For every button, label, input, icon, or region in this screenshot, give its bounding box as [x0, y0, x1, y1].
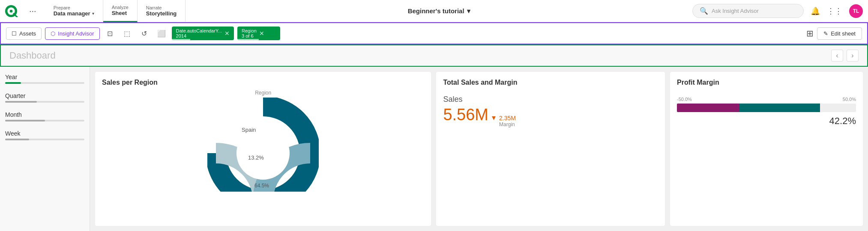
margin-bar-teal — [739, 104, 820, 112]
margin-scale: -50.0% 50.0% — [677, 97, 856, 102]
nav-prepare[interactable]: Prepare Data manager ▾ — [45, 0, 103, 22]
panel-profit-margin: Profit Margin -50.0% 50.0% 42.2% — [670, 72, 863, 226]
grid-apps-icon[interactable]: ⋮⋮ — [827, 6, 842, 16]
logo — [5, 5, 22, 17]
insight-advisor-button[interactable]: ⬡ Insight Advisor — [45, 27, 100, 40]
insight-advisor-search[interactable]: 🔍 Ask Insight Advisor — [692, 4, 804, 18]
nav-narrate-label: Narrate — [146, 5, 177, 10]
insight-advisor-icon: ⬡ — [51, 30, 55, 37]
avatar-initials: TL — [853, 8, 859, 14]
edit-sheet-button[interactable]: ✎ Edit sheet — [817, 27, 862, 40]
profit-margin-title: Profit Margin — [677, 79, 719, 86]
filter-quarter-fill — [5, 101, 37, 103]
assets-button[interactable]: ☐ Assets — [6, 27, 42, 40]
margin-scale-left: -50.0% — [677, 97, 692, 102]
filter-week-label: Week — [5, 130, 84, 137]
donut-chart-area: Region Spain 13.2% 64.5% — [102, 90, 424, 192]
svg-point-4 — [236, 127, 290, 180]
filter-week[interactable]: Week — [5, 130, 84, 140]
app-title-chevron: ▾ — [467, 7, 470, 15]
toolbar: ☐ Assets ⬡ Insight Advisor ⊡ ⬚ ↺ ⬜ Date.… — [0, 22, 868, 44]
filter-quarter[interactable]: Quarter — [5, 92, 84, 103]
svg-point-2 — [10, 9, 13, 12]
undo-button[interactable]: ↺ — [138, 27, 151, 40]
dashboard-prev-button[interactable]: ‹ — [831, 50, 843, 62]
nav-analyze-title: Sheet — [112, 10, 129, 16]
margin-value: 2.35M — [499, 115, 516, 121]
margin-pct-value: 42.2% — [677, 116, 856, 127]
nav-right: 🔍 Ask Insight Advisor 🔔 ⋮⋮ TL — [692, 4, 863, 18]
filter-chip-date-close[interactable]: ✕ — [224, 30, 230, 37]
app-title[interactable]: Beginner's tutorial ▾ — [408, 7, 470, 15]
content-area: Year Quarter Month Week Sale — [0, 67, 868, 231]
margin-bar-purple — [677, 104, 739, 112]
filter-chip-region-close[interactable]: ✕ — [259, 30, 264, 37]
more-menu-icon[interactable]: ··· — [29, 6, 36, 16]
main-content: Sales per Region Region Spain 13.2% — [90, 67, 868, 231]
kpi-value-row: 5.56M ▾ 2.35M Margin — [443, 106, 658, 127]
donut-region-label: Region — [255, 90, 271, 96]
dashboard-next-button[interactable]: › — [847, 50, 859, 62]
margin-scale-right: 50.0% — [843, 97, 856, 102]
kpi-sub: 2.35M Margin — [499, 115, 516, 127]
insight-advisor-label: Insight Advisor — [58, 30, 94, 37]
assets-label: Assets — [19, 30, 36, 37]
user-avatar[interactable]: TL — [849, 4, 863, 18]
filter-month-track — [5, 120, 84, 121]
filter-chip-date-label: Date.autoCalendarY... — [176, 28, 222, 33]
svg-text:13.2%: 13.2% — [248, 154, 264, 161]
edit-sheet-icon: ✎ — [823, 30, 828, 37]
dashboard-title: Dashboard — [9, 50, 56, 61]
filter-week-track — [5, 139, 84, 140]
filter-month-fill — [5, 120, 45, 121]
filter-quarter-label: Quarter — [5, 92, 84, 99]
donut-chart-svg: Spain 13.2% 64.5% — [207, 98, 319, 192]
filter-year-fill — [5, 82, 21, 84]
nav-narrate-title: Storytelling — [146, 10, 177, 17]
filter-chip-date-progress — [172, 39, 191, 40]
marquee-tool-button[interactable]: ⬚ — [120, 27, 134, 40]
sales-label: Sales — [443, 95, 658, 104]
nav-analyze-label: Analyze — [112, 5, 129, 10]
grid-view-button[interactable]: ⊞ — [806, 28, 814, 38]
panel-total-sales: Total Sales and Margin Sales 5.56M ▾ 2.3… — [436, 72, 665, 226]
filter-chip-date-value: 2014 — [176, 33, 222, 38]
nav-narrate[interactable]: Narrate Storytelling — [138, 0, 186, 22]
top-nav: ··· Prepare Data manager ▾ Analyze Sheet… — [0, 0, 868, 22]
panel-sales-region: Sales per Region Region Spain 13.2% — [95, 72, 431, 226]
sales-main-value: 5.56M — [443, 106, 488, 124]
filter-year[interactable]: Year — [5, 74, 84, 84]
filter-month-label: Month — [5, 111, 84, 118]
filter-chip-date-inner: Date.autoCalendarY... 2014 — [176, 28, 222, 38]
filter-chip-date[interactable]: Date.autoCalendarY... 2014 ✕ — [172, 27, 234, 40]
svg-text:64.5%: 64.5% — [254, 183, 269, 189]
edit-sheet-label: Edit sheet — [831, 30, 856, 37]
filter-week-fill — [5, 139, 29, 140]
sidebar: Year Quarter Month Week — [0, 67, 90, 231]
prepare-dropdown-icon: ▾ — [92, 11, 94, 16]
margin-bar-container — [677, 104, 856, 112]
snapshot-button[interactable]: ⬜ — [155, 27, 168, 40]
app-title-text: Beginner's tutorial — [408, 7, 464, 15]
margin-arrow: ▾ — [492, 113, 496, 122]
dashboard-header: Dashboard ‹ › — [0, 44, 868, 67]
prev-icon: ‹ — [836, 52, 838, 59]
search-placeholder: Ask Insight Advisor — [712, 8, 759, 14]
lasso-tool-button[interactable]: ⊡ — [103, 27, 117, 40]
search-icon: 🔍 — [700, 7, 708, 15]
filter-month[interactable]: Month — [5, 111, 84, 121]
filter-chip-region-label: Region — [242, 28, 257, 33]
filter-chip-region[interactable]: Region 3 of 6 ✕ — [237, 27, 280, 40]
dashboard-navigation: ‹ › — [831, 50, 859, 62]
total-sales-title: Total Sales and Margin — [443, 79, 517, 86]
filter-chip-region-value: 3 of 6 — [242, 33, 257, 38]
filter-chip-region-progress — [237, 39, 259, 40]
filter-year-label: Year — [5, 74, 84, 80]
nav-center: Beginner's tutorial ▾ — [186, 7, 692, 15]
nav-analyze[interactable]: Analyze Sheet — [103, 0, 138, 22]
nav-prepare-title: Data manager — [54, 10, 90, 17]
filter-quarter-track — [5, 101, 84, 103]
next-icon: › — [851, 52, 853, 59]
qlik-logo-svg — [5, 5, 22, 17]
notifications-icon[interactable]: 🔔 — [811, 6, 820, 16]
